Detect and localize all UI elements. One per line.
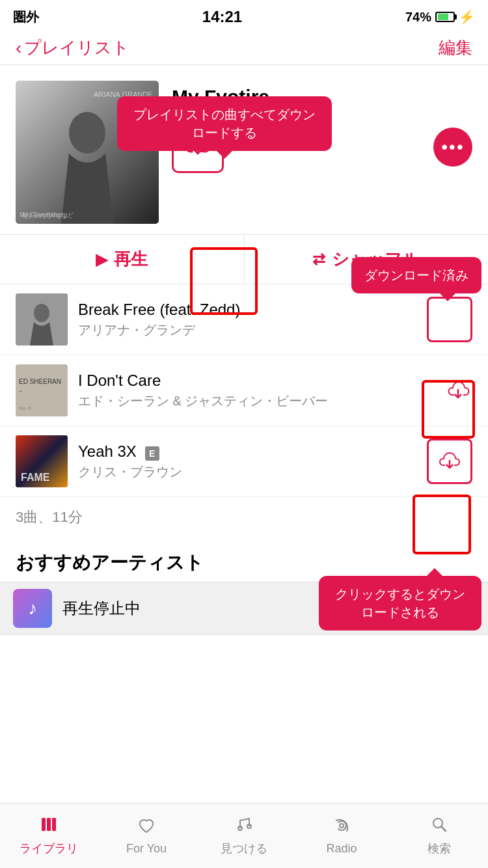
shuffle-icon: ⇄ [312,251,325,269]
tab-search-label: 検索 [427,841,451,856]
svg-text:My Everything: My Everything [22,211,68,219]
more-options-button[interactable]: ••• [433,128,472,167]
tab-search[interactable]: 検索 [390,804,488,868]
tab-radio[interactable]: Radio [293,804,390,868]
track-info-1: Break Free (feat. Zedd) アリアナ・グランデ [78,301,416,339]
track-artist-3: クリス・ブラウン [78,463,416,481]
explicit-badge: E [145,446,159,461]
track-item-3: FAME Yeah 3X E クリス・ブラウン [0,426,488,497]
status-right: 74% ⚡ [405,9,475,25]
edit-label: 編集 [439,38,472,57]
svg-point-6 [34,304,49,322]
tab-for-you-label: For You [126,842,167,856]
radio-svg-icon [332,817,351,835]
more-dots-icon: ••• [441,138,464,156]
play-triangle-icon: ▶ [96,251,107,269]
tab-library-label: ライブラリ [20,841,78,856]
svg-point-1 [69,112,105,154]
nav-bar: ‹ プレイリスト 編集 [0,31,488,65]
track-action-2[interactable] [444,376,472,405]
tab-browse-label: 見つける [221,841,267,856]
tab-browse[interactable]: 見つける [195,804,293,868]
chevron-left-icon: ‹ [16,38,21,59]
library-icon [40,815,58,838]
svg-rect-17 [47,818,51,831]
search-icon [430,815,448,838]
carrier: 圏外 [13,8,39,26]
svg-rect-18 [52,818,56,831]
track-info-3: Yeah 3X E クリス・ブラウン [78,442,416,481]
svg-rect-16 [42,818,46,831]
battery-cap [455,14,457,20]
svg-text:ED SHEERAN: ED SHEERAN [19,378,61,385]
note-svg-icon [235,815,253,834]
battery-icon [435,12,455,22]
back-label: プレイリスト [24,36,129,59]
download-tooltip: プレイリストの曲すべてダウンロードする [117,96,332,151]
tab-for-you[interactable]: For You [98,804,195,868]
svg-text:FAME: FAME [21,472,50,483]
tab-bar: ライブラリ For You 見つける Radi [0,803,488,868]
search-svg-icon [430,815,448,834]
downloaded-tooltip: ダウンロード済み [351,257,481,293]
svg-text:÷: ÷ [19,388,22,395]
track-artist-2: エド・シーラン & ジャスティン・ビーバー [78,392,433,410]
back-button[interactable]: ‹ プレイリスト [16,36,129,59]
svg-point-21 [340,824,344,828]
svg-text:No. 6: No. 6 [19,405,32,411]
status-bar: 圏外 14:21 74% ⚡ [0,0,488,31]
track-name-3: Yeah 3X E [78,442,416,461]
music-note-icon: ♪ [28,598,37,619]
track-artwork-3: FAME [16,435,68,487]
time: 14:21 [202,8,242,26]
mini-player-artwork: ♪ [13,589,52,628]
track-info-2: I Don't Care エド・シーラン & ジャスティン・ビーバー [78,372,433,410]
track-artwork-2: ED SHEERAN ÷ No. 6 [16,364,68,416]
track-item-2: ED SHEERAN ÷ No. 6 I Don't Care エド・シーラン … [0,355,488,426]
tab-library[interactable]: ライブラリ [0,804,98,868]
tab-radio-label: Radio [326,842,357,856]
radio-icon [332,817,351,839]
track-artwork-1 [16,293,68,346]
track-artist-1: アリアナ・グランデ [78,321,416,339]
play-label: 再生 [114,248,148,271]
track-download-button-3[interactable] [427,439,472,484]
download-tooltip-text: プレイリストの曲すべてダウンロードする [133,107,316,140]
battery-fill [438,14,448,20]
heart-icon [137,817,156,839]
play-button[interactable]: ▶ 再生 [0,235,245,284]
track-name-2: I Don't Care [78,372,433,390]
library-svg-icon [40,815,58,834]
track-art-svg-2: ED SHEERAN ÷ No. 6 [16,364,68,416]
track-name-1: Break Free (feat. Zedd) [78,301,416,319]
track-art-svg-1 [16,293,68,346]
track-action-3[interactable] [427,439,472,484]
track-list: Break Free (feat. Zedd) アリアナ・グランデ ED SHE… [0,284,488,497]
battery-percent: 74% [405,10,431,25]
cloud-download-icon-3 [437,448,463,474]
charging-icon: ⚡ [459,9,475,25]
heart-svg-icon [137,817,156,835]
track-count: 3曲、11分 [0,497,488,537]
svg-line-23 [442,827,446,832]
downloaded-tooltip-text: ダウンロード済み [364,268,468,282]
click-tooltip-text: クリックするとダウンロードされる [335,587,465,619]
track-art-svg-3: FAME [16,435,68,487]
cloud-download-icon-2 [444,376,472,405]
note-icon [235,815,253,838]
track-item: Break Free (feat. Zedd) アリアナ・グランデ [0,284,488,355]
click-download-tooltip: クリックするとダウンロードされる [319,576,481,631]
edit-button[interactable]: 編集 [439,36,472,59]
recommended-section-title: おすすめアーティスト [0,537,488,582]
